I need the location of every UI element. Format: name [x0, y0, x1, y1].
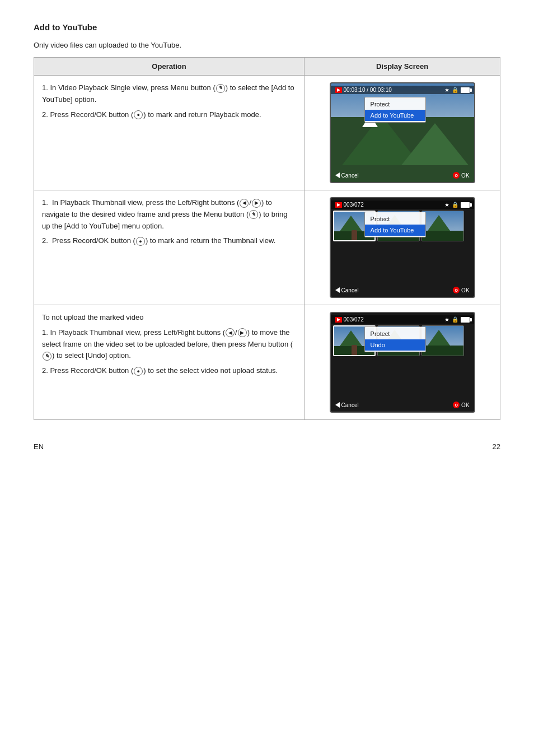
screen-icons-3: ★ 🔒: [444, 316, 470, 323]
screen-counter-2: ▶ 003/072: [335, 202, 364, 208]
menu-overlay-1: Protect Add to YouTube: [364, 97, 426, 123]
thumb-mountain-3: [428, 215, 450, 231]
play-icon-2: ▶: [335, 202, 342, 208]
menu-button-icon: ✎: [216, 84, 225, 93]
op-step-1-1: 1. In Video Playback Single view, press …: [42, 82, 296, 106]
thumb-mountain-1: [340, 216, 362, 231]
thumb-person-3a: [352, 345, 357, 355]
mountain-shape-2: [401, 123, 469, 165]
ok-label-3: OK: [461, 402, 469, 408]
cancel-button-display-2: Cancel: [335, 287, 359, 293]
op-step-1-2: 2. Press Record/OK button (●) to mark an…: [42, 109, 296, 121]
thumb-item-3: [421, 211, 464, 241]
operation-cell-3: To not upload the marked video 1. In Pla…: [34, 305, 305, 420]
ok-label-2: OK: [461, 287, 469, 293]
ok-label-1: OK: [461, 172, 469, 179]
right-icon: ▶: [252, 199, 261, 208]
ok-button-display-2: O OK: [453, 287, 469, 293]
cancel-arrow-icon-2: [335, 287, 340, 293]
menu-item-undo-3: Undo: [365, 339, 425, 351]
op-step-2-2: 2. Press Record/OK button (●) to mark an…: [42, 235, 296, 247]
footer-page-number: 22: [493, 442, 500, 451]
thumb-mountain-3c: [428, 330, 450, 346]
ok-circle-icon-3: O: [453, 402, 460, 408]
screen-top-bar-1: ▶ 00:03:10 / 00:03:10 ★ 🔒: [331, 86, 474, 94]
menu-item-add-youtube-2: Add to YouTube: [365, 225, 425, 236]
screen-icons-2: ★ 🔒: [444, 202, 470, 208]
thumb-ground-3: [422, 231, 463, 241]
screen-1: ▶ 00:03:10 / 00:03:10 ★ 🔒 Protect Add to…: [330, 82, 475, 183]
op-step-3-title: To not upload the marked video: [42, 312, 296, 324]
star-icon-3: ★: [444, 316, 449, 323]
col-header-display: Display Screen: [305, 58, 500, 76]
screen-icons-1: ★ 🔒: [444, 87, 470, 93]
op-text-2: 1. In Playback Thumbnail view, press the…: [42, 197, 296, 247]
table-row: 1. In Playback Thumbnail view, press the…: [34, 190, 500, 305]
right-icon-3: ▶: [238, 328, 247, 337]
left-icon-3: ◀: [226, 328, 235, 337]
screen-top-bar-3: ▶ 003/072 ★ 🔒: [331, 315, 474, 324]
display-cell-2: ▶ 003/072 ★ 🔒: [305, 190, 500, 305]
table-row: 1. In Video Playback Single view, press …: [34, 76, 500, 190]
screen-3: ▶ 003/072 ★ 🔒: [330, 312, 475, 413]
operation-cell-1: 1. In Video Playback Single view, press …: [34, 76, 305, 190]
menu-btn-icon-2: ✎: [249, 210, 258, 219]
screen-2: ▶ 003/072 ★ 🔒: [330, 197, 475, 298]
ok-circle-icon-2: O: [453, 287, 460, 293]
cancel-arrow-icon: [335, 172, 340, 178]
op-step-2-1: 1. In Playback Thumbnail view, press the…: [42, 197, 296, 232]
left-icon: ◀: [240, 199, 249, 208]
star-icon-2: ★: [444, 202, 449, 208]
menu-item-protect-2: Protect: [365, 213, 425, 225]
record-ok-icon: ●: [134, 110, 143, 119]
counter-text-1: 00:03:10 / 00:03:10: [344, 87, 392, 93]
op-step-3-1: 1. In Playback Thumbnail view, press Lef…: [42, 327, 296, 362]
operation-cell-2: 1. In Playback Thumbnail view, press the…: [34, 190, 305, 305]
op-text-3: To not upload the marked video 1. In Pla…: [42, 312, 296, 377]
screen-bottom-bar-1: Cancel O OK: [331, 171, 474, 180]
screen-counter-1: ▶ 00:03:10 / 00:03:10: [335, 87, 392, 93]
star-icon: ★: [444, 87, 449, 93]
intro-text: Only video files can uploaded to the You…: [34, 41, 500, 49]
thumb-mountain-3a: [340, 330, 362, 346]
thumb-sky-3: [422, 211, 463, 231]
play-icon-3: ▶: [335, 317, 342, 323]
display-cell-1: ▶ 00:03:10 / 00:03:10 ★ 🔒 Protect Add to…: [305, 76, 500, 190]
screen-counter-3: ▶ 003/072: [335, 316, 364, 323]
record-ok-icon-2: ●: [136, 237, 145, 246]
menu-overlay-2: Protect Add to YouTube: [364, 212, 426, 237]
play-icon: ▶: [335, 87, 342, 93]
cancel-arrow-icon-3: [335, 402, 340, 408]
cancel-label-1: Cancel: [341, 172, 359, 179]
ok-button-display-1: O OK: [453, 172, 469, 179]
ok-button-display-3: O OK: [453, 402, 469, 408]
display-cell-3: ▶ 003/072 ★ 🔒: [305, 305, 500, 420]
battery-icon-2: [461, 202, 470, 208]
menu-item-add-youtube-1: Add to YouTube: [365, 110, 425, 121]
ok-circle-icon: O: [453, 172, 460, 179]
menu-item-protect-1: Protect: [365, 99, 425, 110]
lock-icon: 🔒: [452, 87, 458, 93]
screen-bottom-bar-3: Cancel O OK: [331, 400, 474, 409]
op-text-1: 1. In Video Playback Single view, press …: [42, 82, 296, 120]
cancel-label-3: Cancel: [341, 402, 359, 408]
screen-top-bar-2: ▶ 003/072 ★ 🔒: [331, 200, 474, 209]
thumb-item-3c: [421, 325, 464, 356]
menu-overlay-3: Protect Undo: [364, 326, 426, 352]
thumb-sky-3c: [422, 326, 463, 346]
cancel-button-display-3: Cancel: [335, 402, 359, 408]
cancel-label-2: Cancel: [341, 287, 359, 293]
op-step-3-2: 2. Press Record/OK button (●) to set the…: [42, 365, 296, 377]
footer-lang: EN: [34, 442, 44, 451]
screen-bottom-bar-2: Cancel O OK: [331, 286, 474, 295]
page-title: Add to YouTube: [34, 22, 500, 32]
col-header-operation: Operation: [34, 58, 305, 76]
menu-btn-icon-3: ✎: [43, 352, 51, 361]
counter-text-3: 003/072: [344, 316, 364, 323]
page-footer: EN 22: [34, 442, 500, 451]
lock-icon-2: 🔒: [452, 202, 458, 208]
battery-icon: [461, 87, 470, 93]
battery-icon-3: [461, 317, 470, 323]
menu-item-protect-3: Protect: [365, 328, 425, 339]
main-table: Operation Display Screen 1. In Video Pla…: [34, 57, 500, 420]
